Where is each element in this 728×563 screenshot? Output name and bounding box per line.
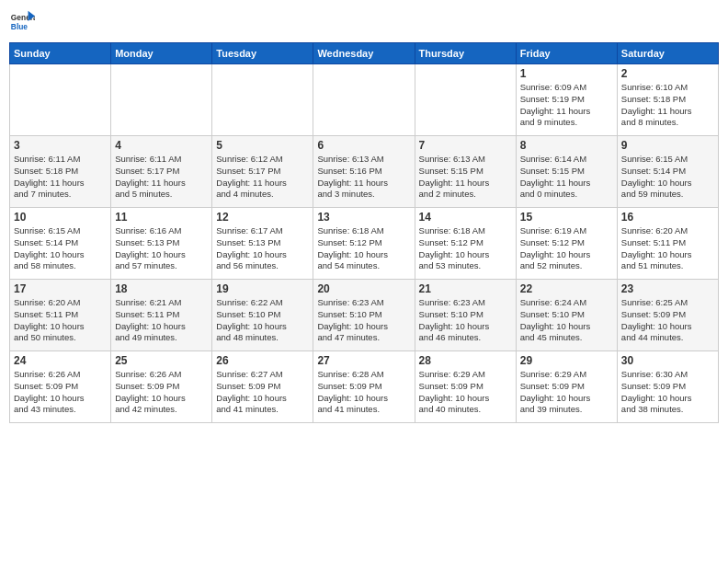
header-row: SundayMondayTuesdayWednesdayThursdayFrid…	[10, 43, 719, 64]
day-info: Sunrise: 6:15 AM Sunset: 5:14 PM Dayligh…	[621, 154, 714, 201]
day-info: Sunrise: 6:14 AM Sunset: 5:15 PM Dayligh…	[520, 154, 613, 201]
day-number: 7	[419, 139, 512, 152]
calendar-cell	[313, 64, 415, 136]
day-number: 1	[520, 67, 613, 80]
calendar-cell: 30Sunrise: 6:30 AM Sunset: 5:09 PM Dayli…	[617, 351, 718, 423]
day-info: Sunrise: 6:11 AM Sunset: 5:18 PM Dayligh…	[14, 154, 107, 201]
calendar-cell: 15Sunrise: 6:19 AM Sunset: 5:12 PM Dayli…	[516, 208, 617, 280]
day-number: 27	[317, 354, 410, 367]
header-day-friday: Friday	[516, 43, 617, 64]
week-row-2: 3Sunrise: 6:11 AM Sunset: 5:18 PM Daylig…	[10, 136, 719, 208]
day-info: Sunrise: 6:10 AM Sunset: 5:18 PM Dayligh…	[621, 82, 714, 129]
day-info: Sunrise: 6:24 AM Sunset: 5:10 PM Dayligh…	[520, 297, 613, 344]
day-number: 30	[621, 354, 714, 367]
calendar-cell: 7Sunrise: 6:13 AM Sunset: 5:15 PM Daylig…	[415, 136, 516, 208]
day-info: Sunrise: 6:26 AM Sunset: 5:09 PM Dayligh…	[115, 369, 208, 416]
day-number: 25	[115, 354, 208, 367]
calendar-cell: 10Sunrise: 6:15 AM Sunset: 5:14 PM Dayli…	[10, 208, 111, 280]
calendar-cell: 28Sunrise: 6:29 AM Sunset: 5:09 PM Dayli…	[415, 351, 516, 423]
calendar-table: SundayMondayTuesdayWednesdayThursdayFrid…	[9, 42, 719, 423]
week-row-1: 1Sunrise: 6:09 AM Sunset: 5:19 PM Daylig…	[10, 64, 719, 136]
day-number: 5	[216, 139, 309, 152]
calendar-cell: 12Sunrise: 6:17 AM Sunset: 5:13 PM Dayli…	[212, 208, 313, 280]
day-info: Sunrise: 6:23 AM Sunset: 5:10 PM Dayligh…	[419, 297, 512, 344]
day-info: Sunrise: 6:12 AM Sunset: 5:17 PM Dayligh…	[216, 154, 309, 201]
header-day-saturday: Saturday	[617, 43, 718, 64]
calendar-cell: 22Sunrise: 6:24 AM Sunset: 5:10 PM Dayli…	[516, 280, 617, 351]
day-info: Sunrise: 6:13 AM Sunset: 5:16 PM Dayligh…	[317, 154, 410, 201]
calendar-cell: 3Sunrise: 6:11 AM Sunset: 5:18 PM Daylig…	[10, 136, 111, 208]
calendar-cell: 20Sunrise: 6:23 AM Sunset: 5:10 PM Dayli…	[313, 280, 415, 351]
day-number: 11	[115, 211, 208, 224]
page-header: General Blue	[9, 9, 719, 35]
calendar-cell: 25Sunrise: 6:26 AM Sunset: 5:09 PM Dayli…	[111, 351, 212, 423]
calendar-cell: 29Sunrise: 6:29 AM Sunset: 5:09 PM Dayli…	[516, 351, 617, 423]
day-info: Sunrise: 6:19 AM Sunset: 5:12 PM Dayligh…	[520, 225, 613, 272]
day-number: 17	[14, 282, 107, 295]
calendar-cell: 4Sunrise: 6:11 AM Sunset: 5:17 PM Daylig…	[111, 136, 212, 208]
day-info: Sunrise: 6:27 AM Sunset: 5:09 PM Dayligh…	[216, 369, 309, 416]
day-number: 2	[621, 67, 714, 80]
calendar-cell	[111, 64, 212, 136]
logo-icon: General Blue	[9, 9, 35, 35]
day-number: 9	[621, 139, 714, 152]
day-info: Sunrise: 6:16 AM Sunset: 5:13 PM Dayligh…	[115, 225, 208, 272]
logo: General Blue	[9, 9, 39, 35]
day-number: 28	[419, 354, 512, 367]
day-info: Sunrise: 6:18 AM Sunset: 5:12 PM Dayligh…	[317, 225, 410, 272]
day-info: Sunrise: 6:20 AM Sunset: 5:11 PM Dayligh…	[621, 225, 714, 272]
day-info: Sunrise: 6:22 AM Sunset: 5:10 PM Dayligh…	[216, 297, 309, 344]
day-number: 20	[317, 282, 410, 295]
week-row-4: 17Sunrise: 6:20 AM Sunset: 5:11 PM Dayli…	[10, 280, 719, 351]
calendar-cell: 27Sunrise: 6:28 AM Sunset: 5:09 PM Dayli…	[313, 351, 415, 423]
day-number: 21	[419, 282, 512, 295]
calendar-cell: 17Sunrise: 6:20 AM Sunset: 5:11 PM Dayli…	[10, 280, 111, 351]
day-info: Sunrise: 6:23 AM Sunset: 5:10 PM Dayligh…	[317, 297, 410, 344]
day-number: 24	[14, 354, 107, 367]
header-day-sunday: Sunday	[10, 43, 111, 64]
day-number: 3	[14, 139, 107, 152]
day-number: 18	[115, 282, 208, 295]
day-number: 15	[520, 211, 613, 224]
day-info: Sunrise: 6:15 AM Sunset: 5:14 PM Dayligh…	[14, 225, 107, 272]
calendar-cell: 5Sunrise: 6:12 AM Sunset: 5:17 PM Daylig…	[212, 136, 313, 208]
day-info: Sunrise: 6:09 AM Sunset: 5:19 PM Dayligh…	[520, 82, 613, 129]
calendar-cell: 13Sunrise: 6:18 AM Sunset: 5:12 PM Dayli…	[313, 208, 415, 280]
calendar-cell: 19Sunrise: 6:22 AM Sunset: 5:10 PM Dayli…	[212, 280, 313, 351]
day-number: 4	[115, 139, 208, 152]
header-day-tuesday: Tuesday	[212, 43, 313, 64]
calendar-cell: 6Sunrise: 6:13 AM Sunset: 5:16 PM Daylig…	[313, 136, 415, 208]
calendar-cell: 9Sunrise: 6:15 AM Sunset: 5:14 PM Daylig…	[617, 136, 718, 208]
day-info: Sunrise: 6:26 AM Sunset: 5:09 PM Dayligh…	[14, 369, 107, 416]
day-number: 14	[419, 211, 512, 224]
calendar-cell	[415, 64, 516, 136]
day-number: 8	[520, 139, 613, 152]
day-info: Sunrise: 6:11 AM Sunset: 5:17 PM Dayligh…	[115, 154, 208, 201]
calendar-cell	[212, 64, 313, 136]
day-number: 22	[520, 282, 613, 295]
calendar-cell: 11Sunrise: 6:16 AM Sunset: 5:13 PM Dayli…	[111, 208, 212, 280]
calendar-cell: 8Sunrise: 6:14 AM Sunset: 5:15 PM Daylig…	[516, 136, 617, 208]
calendar-cell: 1Sunrise: 6:09 AM Sunset: 5:19 PM Daylig…	[516, 64, 617, 136]
day-number: 23	[621, 282, 714, 295]
header-day-monday: Monday	[111, 43, 212, 64]
day-info: Sunrise: 6:29 AM Sunset: 5:09 PM Dayligh…	[419, 369, 512, 416]
calendar-cell: 21Sunrise: 6:23 AM Sunset: 5:10 PM Dayli…	[415, 280, 516, 351]
svg-text:Blue: Blue	[11, 22, 28, 31]
day-number: 6	[317, 139, 410, 152]
calendar-cell: 18Sunrise: 6:21 AM Sunset: 5:11 PM Dayli…	[111, 280, 212, 351]
day-number: 29	[520, 354, 613, 367]
calendar-cell	[10, 64, 111, 136]
day-number: 10	[14, 211, 107, 224]
day-number: 26	[216, 354, 309, 367]
day-info: Sunrise: 6:25 AM Sunset: 5:09 PM Dayligh…	[621, 297, 714, 344]
calendar-cell: 26Sunrise: 6:27 AM Sunset: 5:09 PM Dayli…	[212, 351, 313, 423]
header-day-thursday: Thursday	[415, 43, 516, 64]
day-info: Sunrise: 6:18 AM Sunset: 5:12 PM Dayligh…	[419, 225, 512, 272]
header-day-wednesday: Wednesday	[313, 43, 415, 64]
day-number: 13	[317, 211, 410, 224]
day-info: Sunrise: 6:20 AM Sunset: 5:11 PM Dayligh…	[14, 297, 107, 344]
calendar-cell: 2Sunrise: 6:10 AM Sunset: 5:18 PM Daylig…	[617, 64, 718, 136]
week-row-5: 24Sunrise: 6:26 AM Sunset: 5:09 PM Dayli…	[10, 351, 719, 423]
calendar-cell: 16Sunrise: 6:20 AM Sunset: 5:11 PM Dayli…	[617, 208, 718, 280]
